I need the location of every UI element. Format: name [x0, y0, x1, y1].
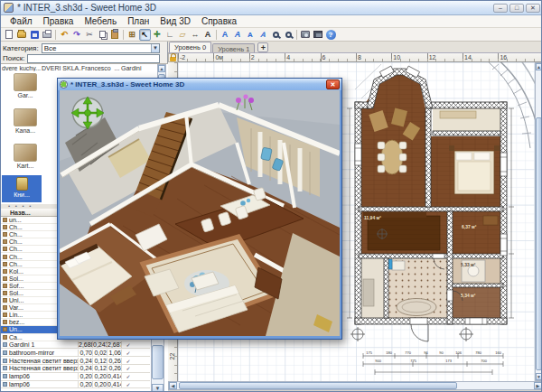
menu-item[interactable]: План [122, 15, 154, 27]
visible-checkbox[interactable]: ✓ [121, 381, 135, 387]
catalog-item-label[interactable]: dvere kuchy... [2, 65, 42, 71]
furniture-type-icon [3, 269, 7, 274]
create-video-button[interactable] [313, 29, 324, 41]
save-button[interactable] [29, 29, 41, 41]
table-row[interactable]: lamp06 0,20 0,20 0,414 ✓ [1, 373, 150, 381]
help-button[interactable]: ? [325, 29, 337, 41]
copy-button[interactable] [97, 29, 108, 41]
new-button[interactable] [4, 29, 15, 41]
undo-button[interactable]: ↶ [59, 29, 70, 41]
scrollbar-thumb[interactable] [536, 117, 542, 370]
magnifier-minus-icon [273, 32, 279, 38]
catalog-left-column: Gar... Kana... Kart... [3, 71, 48, 177]
catalog-item-selected[interactable]: Кни... [2, 175, 42, 202]
menu-item[interactable]: Файл [5, 15, 38, 27]
open-button[interactable] [16, 29, 28, 41]
furniture-name: Настенная светит вверх [9, 365, 78, 371]
3d-window-titlebar[interactable]: * INTER_3.sh3d - Sweet Home 3D ✕ [58, 79, 341, 90]
create-text-button[interactable]: A [202, 29, 214, 41]
table-row[interactable]: bathroom-mirror 0,70 0,02 1,06 ✓ [1, 349, 150, 357]
table-row[interactable]: lamp06 0,20 0,20 0,414 ✓ [1, 381, 150, 389]
level-tab-bar: Уровень 0 Уровень 1 + [168, 42, 542, 53]
furniture-type-icon [3, 327, 7, 331]
dimension-value: 160 [495, 350, 501, 355]
create-photo-button[interactable] [300, 29, 312, 41]
tab-level-0[interactable]: Уровень 0 [169, 42, 211, 52]
category-label: Категория: [3, 44, 39, 52]
category-value: Все [44, 44, 57, 52]
maximize-button[interactable]: □ [509, 4, 524, 13]
create-dimensions-button[interactable]: ↔ [190, 29, 201, 41]
menu-item[interactable]: Справка [196, 15, 242, 27]
3d-window-close-button[interactable]: ✕ [326, 79, 340, 89]
cut-button[interactable]: ✂ [84, 29, 96, 41]
zoom-in-button[interactable] [283, 29, 294, 41]
catalog-item-label[interactable]: Francesco_... [81, 65, 121, 71]
category-combobox[interactable]: Все ▼ [42, 43, 160, 53]
visible-checkbox[interactable]: ✓ [121, 350, 135, 356]
catalog-item-label[interactable]: DVERI SKLA... [42, 65, 81, 71]
lock-icon[interactable] [170, 57, 176, 61]
furniture-name: Uni... [9, 297, 23, 303]
visible-checkbox[interactable]: ✓ [121, 373, 135, 379]
search-input[interactable] [27, 54, 160, 63]
style-a1-button[interactable]: A [220, 29, 231, 41]
visible-checkbox[interactable]: ✓ [121, 365, 135, 371]
tab-level-1[interactable]: Уровень 1 [212, 43, 255, 52]
scroll-left-icon[interactable]: ◀ [169, 382, 177, 389]
style-a3-button[interactable]: A [245, 29, 257, 41]
add-level-button[interactable]: + [257, 42, 268, 52]
paste-button[interactable] [109, 29, 121, 41]
table-row[interactable]: Настенная светит вверх 0,24 0,12 0,26 ✓ [1, 365, 150, 373]
add-furniture-button[interactable]: ⊞ [126, 29, 138, 41]
dimensions-icon: ↔ [192, 30, 200, 39]
furniture-name: Sol... [9, 290, 23, 296]
scrollbar-thumb[interactable] [152, 345, 164, 379]
3d-view-content[interactable] [60, 90, 340, 336]
table-row[interactable]: Настенная светит вверх 0,24 0,12 0,26 ✓ [1, 357, 150, 365]
menu-item[interactable]: Мебель [79, 15, 122, 27]
category-row: Категория: Все ▼ [1, 42, 168, 53]
create-walls-button[interactable]: ∟ [164, 29, 176, 41]
furniture-type-icon [3, 276, 7, 281]
plan-horizontal-scrollbar[interactable]: ◀ ▶ [168, 381, 542, 390]
chevron-down-icon[interactable]: ▼ [151, 44, 159, 52]
furniture-name: Ch... [9, 261, 23, 267]
scrollbar-thumb[interactable] [179, 382, 457, 389]
plan-vertical-scrollbar[interactable]: ▲ ▼ [535, 62, 542, 381]
scroll-right-icon[interactable]: ▶ [534, 382, 542, 389]
visible-checkbox[interactable]: ✓ [121, 358, 135, 364]
3d-view-window[interactable]: * INTER_3.sh3d - Sweet Home 3D ✕ [57, 78, 342, 340]
catalog-item[interactable]: Kana... [3, 108, 48, 142]
scroll-down-icon[interactable]: ▼ [536, 373, 542, 380]
furniture-type-icon [3, 255, 7, 259]
select-mode-button[interactable]: ↖ [139, 29, 151, 41]
pan-mode-button[interactable]: ✛ [152, 29, 164, 41]
close-button[interactable]: ✕ [526, 4, 540, 13]
furniture-width: 0,24 [78, 358, 92, 364]
table-row[interactable]: Gardini 1 2,688 0,243 2,687 ✓ [1, 341, 150, 350]
furniture-type-icon [3, 342, 7, 347]
dimension-value: 900 [375, 359, 381, 363]
ruler-corner [168, 53, 178, 62]
minimize-button[interactable]: – [493, 4, 508, 13]
scroll-down-icon[interactable]: ▼ [152, 384, 164, 392]
scroll-up-icon[interactable]: ▲ [158, 65, 165, 72]
style-a2-button[interactable]: A [232, 29, 244, 41]
catalog-item-label[interactable]: Gardini [121, 65, 161, 71]
menu-item[interactable]: Вид 3D [154, 15, 196, 27]
catalog-item[interactable]: Kart... [3, 144, 48, 177]
print-button[interactable] [42, 29, 53, 41]
visible-checkbox[interactable]: ✓ [121, 341, 135, 348]
table-full-rows: Gardini 1 2,688 0,243 2,687 ✓ bathroom-m… [1, 341, 150, 389]
3d-window-title: * INTER_3.sh3d - Sweet Home 3D [70, 80, 326, 89]
catalog-item[interactable]: Gar... [3, 73, 48, 107]
redo-button[interactable]: ↷ [71, 29, 83, 41]
toolbar-separator [123, 30, 124, 40]
create-rooms-button[interactable]: ▱ [177, 29, 189, 41]
catalog-item-label: Gar... [3, 92, 48, 98]
scroll-up-icon[interactable]: ▲ [536, 63, 542, 70]
zoom-out-button[interactable] [270, 29, 282, 41]
style-a4-button[interactable]: A [257, 29, 270, 41]
menu-item[interactable]: Правка [38, 15, 79, 27]
